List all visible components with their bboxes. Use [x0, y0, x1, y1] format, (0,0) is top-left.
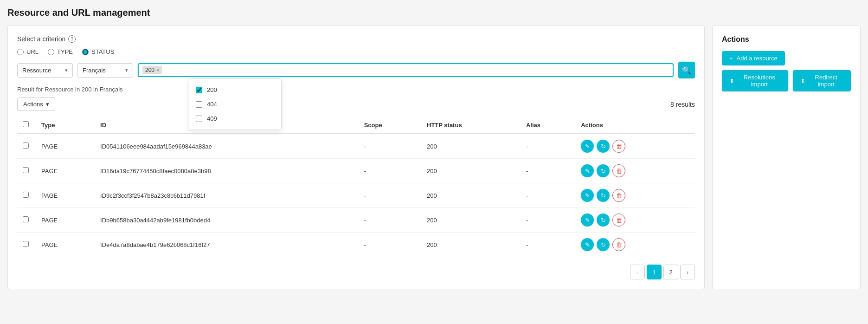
redirect-import-icon: ⬆: [800, 78, 805, 84]
table-header: Type ID Scope HTTP status Alias Actions: [17, 117, 695, 134]
radio-url-input[interactable]: [17, 49, 24, 55]
row-scope: -: [359, 159, 421, 183]
refresh-icon[interactable]: ↻: [597, 164, 610, 177]
dropdown-label-404: 404: [207, 101, 217, 108]
refresh-icon[interactable]: ↻: [597, 214, 610, 227]
radio-type-input[interactable]: [48, 49, 54, 55]
redirect-import-button[interactable]: ⬆ Redirect import: [793, 70, 851, 91]
search-icon: 🔍: [682, 66, 691, 75]
radio-status[interactable]: STATUS: [82, 48, 114, 55]
row-checkbox-cell: [17, 233, 36, 257]
row-checkbox-2[interactable]: [23, 192, 29, 198]
delete-icon[interactable]: 🗑: [612, 189, 625, 202]
radio-url[interactable]: URL: [17, 48, 39, 55]
radio-group: URL TYPE STATUS: [17, 48, 695, 55]
col-checkbox: [17, 117, 36, 134]
add-resource-label: Add a resource: [737, 55, 778, 62]
row-type: PAGE: [36, 134, 95, 159]
edit-icon[interactable]: ✎: [581, 189, 594, 202]
tag-search-input[interactable]: [164, 67, 669, 74]
row-type: PAGE: [36, 233, 95, 257]
edit-icon[interactable]: ✎: [581, 140, 594, 153]
criterion-text: Select a criterion: [17, 35, 65, 43]
refresh-icon[interactable]: ↻: [597, 140, 610, 153]
pagination-page-1[interactable]: 1: [647, 265, 662, 279]
row-action-icons: ✎ ↻ 🗑: [581, 164, 689, 177]
row-checkbox-cell: [17, 208, 36, 233]
row-action-icons: ✎ ↻ 🗑: [581, 214, 689, 227]
search-button[interactable]: 🔍: [678, 62, 695, 78]
actions-dropdown-button[interactable]: Actions ▾: [17, 97, 55, 111]
checkbox-200[interactable]: [196, 87, 202, 93]
pagination-page-2[interactable]: 2: [663, 265, 678, 279]
row-checkbox-4[interactable]: [23, 241, 29, 247]
filter-row: Ressource ▾ Français ▾ 200 ×: [17, 62, 695, 78]
resolutions-import-label: Resolutions import: [738, 74, 781, 88]
row-checkbox-cell: [17, 134, 36, 159]
radio-status-label: STATUS: [91, 48, 114, 55]
row-id: ID9c2f3ccf3f2547b8a23c8c6b11d7981f: [95, 183, 359, 208]
dropdown-item-409[interactable]: 409: [189, 111, 281, 126]
page-title: Resource and URL management: [7, 7, 861, 18]
refresh-icon[interactable]: ↻: [597, 238, 610, 251]
pagination-prev-button[interactable]: ‹: [630, 265, 645, 279]
status-dropdown-menu: 200 404 409: [189, 78, 282, 130]
edit-icon[interactable]: ✎: [581, 214, 594, 227]
radio-type[interactable]: TYPE: [48, 48, 73, 55]
table-row: PAGE IDb9b658ba30a4442ab9fe1981fb0bded4 …: [17, 208, 695, 233]
edit-icon[interactable]: ✎: [581, 164, 594, 177]
row-checkbox-0[interactable]: [23, 143, 29, 149]
resolutions-import-icon: ⬆: [729, 78, 734, 84]
delete-icon[interactable]: 🗑: [612, 238, 625, 251]
row-id: ID16da19c76774450c8faec0080a8e3b98: [95, 159, 359, 183]
row-http-status: 200: [421, 208, 521, 233]
delete-icon[interactable]: 🗑: [612, 214, 625, 227]
row-checkbox-3[interactable]: [23, 216, 29, 222]
help-icon[interactable]: ?: [68, 35, 76, 43]
select-all-checkbox[interactable]: [23, 121, 29, 127]
checkbox-404[interactable]: [196, 101, 202, 108]
row-action-icons: ✎ ↻ 🗑: [581, 140, 689, 153]
row-scope: -: [359, 183, 421, 208]
resource-dropdown[interactable]: Ressource ▾: [17, 63, 73, 78]
import-buttons-row: ⬆ Resolutions import ⬆ Redirect import: [722, 70, 851, 96]
status-tag-200: 200 ×: [142, 66, 162, 74]
checkbox-409[interactable]: [196, 116, 202, 122]
dropdown-item-404[interactable]: 404: [189, 97, 281, 111]
resource-dropdown-chevron: ▾: [65, 67, 68, 73]
pagination-next-button[interactable]: ›: [680, 265, 695, 279]
table-row: PAGE ID9c2f3ccf3f2547b8a23c8c6b11d7981f …: [17, 183, 695, 208]
row-actions-cell: ✎ ↻ 🗑: [575, 159, 695, 183]
row-type: PAGE: [36, 183, 95, 208]
row-checkbox-cell: [17, 183, 36, 208]
row-checkbox-cell: [17, 159, 36, 183]
language-dropdown[interactable]: Français ▾: [77, 63, 133, 78]
resolutions-import-button[interactable]: ⬆ Resolutions import: [722, 70, 788, 91]
data-table: Type ID Scope HTTP status Alias Actions …: [17, 117, 695, 257]
row-http-status: 200: [421, 183, 521, 208]
actions-label: Actions: [23, 101, 43, 108]
radio-status-input[interactable]: [82, 49, 89, 55]
row-id: IDe4da7a8dabae4b179e62b068c1f16f27: [95, 233, 359, 257]
actions-panel-title: Actions: [722, 35, 851, 44]
add-resource-button[interactable]: + Add a resource: [722, 51, 785, 65]
status-tag-input[interactable]: 200 ×: [138, 63, 674, 77]
language-dropdown-value: Français: [83, 67, 106, 74]
refresh-icon[interactable]: ↻: [597, 189, 610, 202]
row-http-status: 200: [421, 134, 521, 159]
row-scope: -: [359, 208, 421, 233]
delete-icon[interactable]: 🗑: [612, 164, 625, 177]
edit-icon[interactable]: ✎: [581, 238, 594, 251]
row-checkbox-1[interactable]: [23, 167, 29, 173]
delete-icon[interactable]: 🗑: [612, 140, 625, 153]
tag-remove-icon[interactable]: ×: [156, 67, 159, 73]
dropdown-item-200[interactable]: 200: [189, 83, 281, 97]
tag-label: 200: [145, 67, 154, 73]
row-alias: -: [521, 208, 575, 233]
pagination: ‹ 1 2 ›: [17, 265, 695, 279]
left-panel: Select a criterion ? URL TYPE STATUS: [7, 26, 705, 289]
table-body: PAGE ID0541106eee984aadaf15e969844a83ae …: [17, 134, 695, 257]
row-scope: -: [359, 134, 421, 159]
row-actions-cell: ✎ ↻ 🗑: [575, 233, 695, 257]
col-alias: Alias: [521, 117, 575, 134]
